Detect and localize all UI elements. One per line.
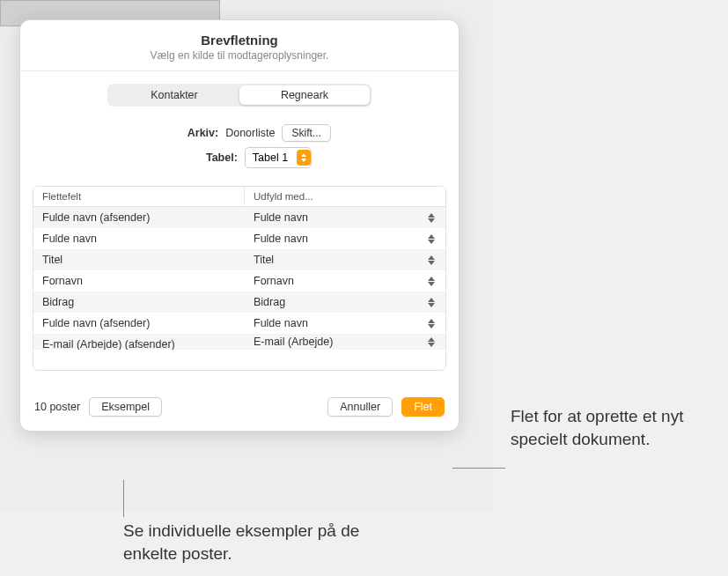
fill-cell[interactable]: E-mail (Arbejde) — [245, 334, 445, 350]
fill-value: Fulde navn — [254, 211, 308, 224]
fill-cell[interactable]: Fulde navn — [245, 228, 445, 249]
field-cell: Fulde navn — [33, 228, 245, 249]
fill-cell[interactable]: Fornavn — [245, 270, 445, 292]
callout-merge: Flet for at oprette et nyt specielt doku… — [511, 405, 713, 450]
field-cell: Bidrag — [33, 292, 245, 313]
field-cell: Fulde navn (afsender) — [33, 313, 245, 334]
dialog-footer: 10 poster Eksempel Annuller Flet — [20, 371, 459, 431]
updown-icon — [297, 150, 311, 166]
fill-value: Fulde navn — [254, 233, 308, 245]
table-label: Tabel: — [167, 151, 238, 164]
table-row: Fulde navn Fulde navn — [33, 228, 445, 249]
source-form: Arkiv: Donorliste Skift... Tabel: Tabel … — [20, 115, 459, 186]
fill-cell[interactable]: Fulde navn — [245, 207, 445, 228]
field-cell: E-mail (Arbejde) (afsender) — [33, 334, 245, 350]
updown-icon — [426, 213, 437, 223]
table-select-value: Tabel 1 — [253, 151, 288, 164]
cancel-button[interactable]: Annuller — [327, 397, 393, 417]
tab-contacts[interactable]: Kontakter — [109, 85, 239, 105]
updown-icon — [426, 255, 437, 265]
merge-button[interactable]: Flet — [401, 397, 445, 417]
col-merge-field[interactable]: Flettefelt — [33, 187, 245, 206]
table-row: Fulde navn (afsender) Fulde navn — [33, 207, 445, 228]
archive-label: Arkiv: — [148, 127, 218, 139]
table-row: Fulde navn (afsender) Fulde navn — [33, 313, 445, 334]
dialog-header: Brevfletning Vælg en kilde til modtagero… — [20, 20, 459, 71]
table-row: Bidrag Bidrag — [33, 292, 445, 313]
table-row: Titel Titel — [33, 249, 445, 270]
fill-cell[interactable]: Bidrag — [245, 292, 445, 313]
field-cell: Fulde navn (afsender) — [33, 207, 245, 228]
col-fill-with[interactable]: Udfyld med... — [245, 187, 445, 206]
fill-value: Bidrag — [254, 296, 285, 308]
fill-value: Fornavn — [254, 275, 294, 287]
preview-button[interactable]: Eksempel — [89, 397, 162, 417]
callout-preview: Se individuelle eksempler på de enkelte … — [123, 520, 387, 565]
table-row-select: Tabel: Tabel 1 — [20, 147, 459, 168]
table-header: Flettefelt Udfyld med... — [33, 187, 445, 207]
archive-value: Donorliste — [225, 127, 275, 139]
record-count: 10 poster — [34, 401, 80, 413]
fill-value: Titel — [254, 254, 274, 266]
source-tabs: Kontakter Regneark — [20, 71, 459, 115]
field-cell: Titel — [33, 249, 245, 270]
dialog-subtitle: Vælg en kilde til modtageroplysninger. — [38, 49, 441, 62]
callout-line — [452, 468, 505, 469]
updown-icon — [426, 277, 437, 286]
updown-icon — [426, 319, 437, 329]
fill-value: E-mail (Arbejde) — [254, 336, 333, 348]
mail-merge-dialog: Brevfletning Vælg en kilde til modtagero… — [19, 19, 460, 432]
updown-icon — [426, 234, 437, 244]
callout-line — [123, 480, 124, 517]
merge-fields-table: Flettefelt Udfyld med... Fulde navn (afs… — [33, 186, 446, 371]
dialog-title: Brevfletning — [38, 33, 441, 48]
fill-value: Fulde navn — [254, 317, 308, 329]
fill-cell[interactable]: Fulde navn — [245, 313, 445, 334]
fill-cell[interactable]: Titel — [245, 249, 445, 270]
table-select[interactable]: Tabel 1 — [245, 147, 312, 168]
table-body: Fulde navn (afsender) Fulde navn Fulde n… — [33, 207, 445, 367]
tab-spreadsheet[interactable]: Regneark — [239, 85, 370, 105]
archive-row: Arkiv: Donorliste Skift... — [20, 124, 459, 142]
table-row: Fornavn Fornavn — [33, 270, 445, 292]
updown-icon — [426, 298, 437, 307]
segmented-control: Kontakter Regneark — [107, 84, 371, 107]
updown-icon — [426, 337, 437, 347]
table-row: E-mail (Arbejde) (afsender) E-mail (Arbe… — [33, 334, 445, 350]
field-cell: Fornavn — [33, 270, 245, 292]
change-button[interactable]: Skift... — [282, 124, 330, 142]
